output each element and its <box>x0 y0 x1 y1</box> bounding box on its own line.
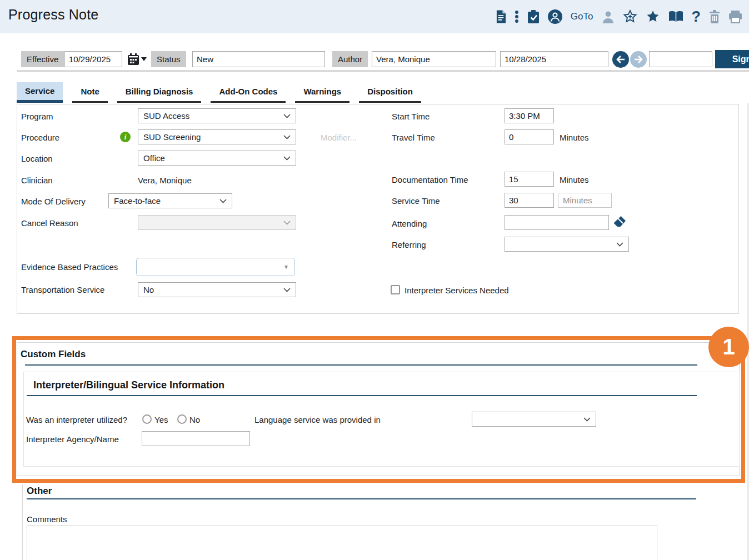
chevron-down-icon <box>583 417 591 422</box>
kebab-menu-icon[interactable] <box>515 10 519 23</box>
toolbar-divider <box>17 70 749 72</box>
scrollbar-track[interactable] <box>747 103 749 560</box>
start-time-input[interactable] <box>505 108 554 123</box>
document-icon[interactable] <box>496 10 506 23</box>
program-select[interactable]: SUD Access <box>138 108 296 123</box>
interpreter-needed-checkbox[interactable] <box>391 285 400 294</box>
status-input[interactable] <box>192 51 325 67</box>
interpreter-yes-label: Yes <box>154 415 168 424</box>
goto-button[interactable]: GoTo <box>571 11 593 22</box>
chevron-down-icon <box>219 199 227 203</box>
service-time-input[interactable] <box>505 193 554 208</box>
evidence-based-practices-combo[interactable]: ▼ <box>136 258 295 276</box>
cancel-reason-label: Cancel Reason <box>21 218 78 228</box>
modifier-label: Modifier... <box>321 133 357 142</box>
procedure-label: Procedure <box>21 133 59 142</box>
app-header: Progress Note GoTo ? <box>0 0 749 33</box>
tab-billing-diagnosis[interactable]: Billing Diagnosis <box>117 82 202 103</box>
page-title: Progress Note <box>8 7 98 23</box>
interpreter-needed-label: Interpreter Services Needed <box>405 286 509 295</box>
comments-textarea[interactable] <box>27 526 657 560</box>
clear-attending-button[interactable] <box>613 216 626 229</box>
trash-icon[interactable] <box>709 10 720 23</box>
chevron-down-icon <box>283 288 291 292</box>
chevron-down-icon <box>283 156 291 161</box>
interpreter-no-label: No <box>189 415 200 424</box>
interpreter-utilized-question: Was an interpreter utilized? <box>26 415 127 424</box>
comments-label: Comments <box>27 514 67 524</box>
user-circle-icon[interactable] <box>548 9 562 24</box>
language-service-label: Language service was provided in <box>254 415 381 424</box>
tab-add-on-codes[interactable]: Add-On Codes <box>211 82 286 103</box>
interpreter-section-title: Interpreter/Bilingual Service Informatio… <box>33 379 224 391</box>
tab-disposition[interactable]: Disposition <box>359 82 421 103</box>
service-time-label: Service Time <box>392 196 440 206</box>
service-date-input[interactable] <box>500 51 608 67</box>
referring-label: Referring <box>392 240 426 249</box>
location-label: Location <box>21 154 53 163</box>
referring-select[interactable] <box>505 237 629 252</box>
mode-of-delivery-label: Mode Of Delivery <box>21 197 86 206</box>
clipboard-check-icon[interactable] <box>527 10 540 23</box>
other-section-rule <box>27 498 696 499</box>
print-icon[interactable] <box>728 11 742 23</box>
interpreter-yes-radio[interactable] <box>142 414 152 424</box>
nav-blank-input[interactable] <box>649 51 712 67</box>
star-plus-icon[interactable] <box>623 9 637 24</box>
chevron-down-icon <box>283 221 291 225</box>
chevron-down-icon <box>616 242 623 247</box>
travel-time-input[interactable] <box>505 129 554 144</box>
documentation-time-unit: Minutes <box>560 175 589 184</box>
info-icon[interactable]: i <box>120 132 131 142</box>
status-label: Status <box>151 51 186 67</box>
custom-fields-rule <box>25 364 697 366</box>
dropdown-arrow-icon: ▼ <box>283 264 289 270</box>
documentation-time-input[interactable] <box>505 172 554 187</box>
interpreter-no-radio[interactable] <box>177 414 187 424</box>
annotation-badge: 1 <box>708 327 749 367</box>
clinician-label: Clinician <box>21 176 53 185</box>
travel-time-label: Travel Time <box>392 133 435 142</box>
transportation-service-select[interactable]: No <box>138 282 296 297</box>
custom-fields-title: Custom Fields <box>21 349 86 360</box>
header-toolbar: GoTo ? <box>496 0 742 33</box>
attending-input[interactable] <box>505 215 609 230</box>
transportation-service-label: Transportation Service <box>21 285 104 294</box>
program-label: Program <box>21 112 53 121</box>
calendar-icon <box>127 53 139 66</box>
chevron-down-icon <box>283 135 291 139</box>
sign-button[interactable]: Sign <box>715 50 749 68</box>
author-input[interactable] <box>372 51 496 67</box>
book-icon[interactable] <box>668 11 683 23</box>
forward-arrow-button[interactable] <box>630 51 647 68</box>
procedure-select[interactable]: SUD Screening <box>138 129 296 144</box>
interpreter-agency-input[interactable] <box>142 431 250 446</box>
location-select[interactable]: Office <box>138 151 296 166</box>
calendar-dropdown-icon <box>141 57 147 61</box>
star-icon[interactable] <box>646 9 660 24</box>
effective-label: Effective <box>21 51 64 67</box>
interpreter-section-rule <box>27 395 697 396</box>
service-time-unit: Minutes <box>558 193 612 208</box>
eraser-icon <box>613 216 626 227</box>
attending-label: Attending <box>392 219 427 228</box>
language-service-select[interactable] <box>472 412 596 427</box>
interpreter-agency-label: Interpreter Agency/Name <box>26 434 119 444</box>
cancel-reason-select <box>138 215 296 230</box>
effective-date-input[interactable] <box>64 51 122 67</box>
start-time-label: Start Time <box>392 112 430 121</box>
tab-warnings[interactable]: Warnings <box>295 82 349 103</box>
tab-note[interactable]: Note <box>72 82 107 103</box>
mode-of-delivery-select[interactable]: Face-to-face <box>108 193 232 208</box>
back-arrow-button[interactable] <box>612 51 629 68</box>
documentation-time-label: Documentation Time <box>392 175 468 184</box>
calendar-button[interactable] <box>124 51 149 67</box>
tab-service[interactable]: Service <box>17 82 63 103</box>
travel-time-unit: Minutes <box>560 133 589 142</box>
other-section-title: Other <box>27 486 52 497</box>
clinician-value: Vera, Monique <box>138 176 192 185</box>
person-icon[interactable] <box>602 11 615 23</box>
tab-bar: Service Note Billing Diagnosis Add-On Co… <box>17 82 431 103</box>
help-icon[interactable]: ? <box>692 9 701 24</box>
author-label: Author <box>332 51 368 67</box>
